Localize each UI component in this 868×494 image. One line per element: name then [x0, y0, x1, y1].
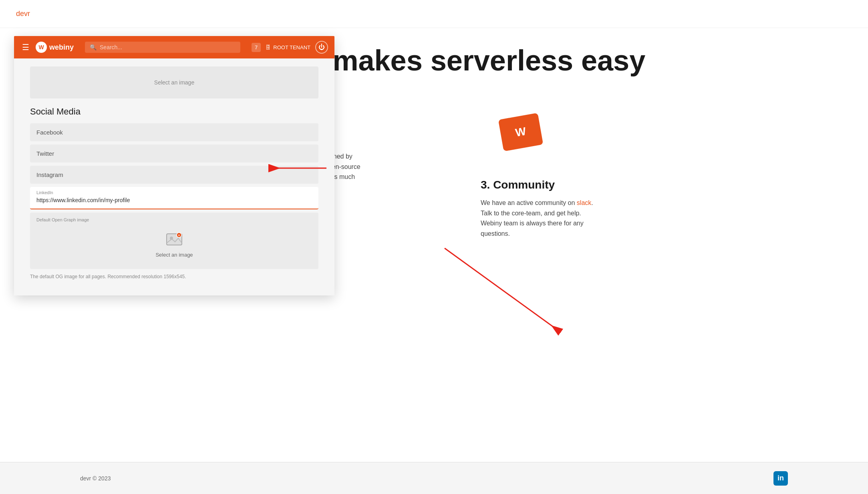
community-icon-shape — [498, 113, 543, 151]
linkedin-field[interactable]: LinkedIn — [30, 187, 318, 209]
og-image-label: Default Open Graph image — [36, 217, 312, 222]
linkedin-input[interactable] — [36, 197, 312, 203]
nav-logo-text: webiny — [49, 43, 74, 52]
instagram-label: Instagram — [36, 171, 63, 178]
linkedin-footer-icon[interactable]: in — [773, 471, 788, 486]
image-section-top: Select an image — [30, 66, 318, 98]
hamburger-icon[interactable]: ☰ — [20, 41, 31, 54]
power-icon[interactable]: ⏻ — [315, 41, 328, 54]
nav-logo-w-icon: W — [36, 42, 47, 53]
search-icon: 🔍 — [90, 44, 97, 50]
svg-text:+: + — [178, 233, 180, 237]
nav-badge[interactable]: 7 — [252, 43, 261, 52]
twitter-label: Twitter — [36, 150, 54, 157]
og-image-section: Default Open Graph image + Select an ima… — [30, 213, 318, 269]
og-image-select-text: Select an image — [155, 252, 193, 258]
nav-tenant: 🗄 ROOT TENANT — [266, 44, 310, 50]
search-input[interactable] — [100, 44, 236, 50]
nav-bar: ☰ W webiny 🔍 7 🗄 ROOT TENANT ⏻ — [14, 36, 334, 58]
bg-community-section: 3. Community We have an active community… — [481, 108, 601, 239]
footer-copyright: devr © 2023 — [80, 475, 111, 482]
community-desc: We have an active community on slack. Ta… — [481, 198, 601, 239]
social-media-section: Social Media Facebook Twitter Instagram … — [30, 106, 318, 281]
bg-topbar: devr — [0, 0, 868, 28]
red-arrow-left — [264, 156, 328, 180]
tenant-icon: 🗄 — [266, 44, 271, 50]
og-image-area[interactable]: + Select an image — [36, 225, 312, 264]
linkedin-label: LinkedIn — [36, 190, 312, 195]
og-helper-text: The default OG image for all pages. Reco… — [30, 272, 318, 281]
social-media-title: Social Media — [30, 106, 318, 117]
og-image-placeholder-icon: + — [166, 232, 182, 249]
community-title: 3. Community — [481, 179, 601, 191]
nav-logo: W webiny — [36, 42, 74, 53]
community-icon — [481, 108, 561, 172]
tenant-label: ROOT TENANT — [273, 44, 310, 50]
bg-brand: devr — [16, 10, 30, 18]
facebook-label: Facebook — [36, 129, 63, 136]
bg-footer: devr © 2023 in — [0, 462, 868, 494]
nav-search-box[interactable]: 🔍 — [85, 42, 240, 53]
red-arrow-bottom-right — [441, 244, 569, 340]
facebook-field[interactable]: Facebook — [30, 123, 318, 141]
svg-line-3 — [445, 248, 561, 332]
image-top-select-label: Select an image — [154, 79, 194, 86]
slack-link[interactable]: slack — [577, 199, 591, 206]
